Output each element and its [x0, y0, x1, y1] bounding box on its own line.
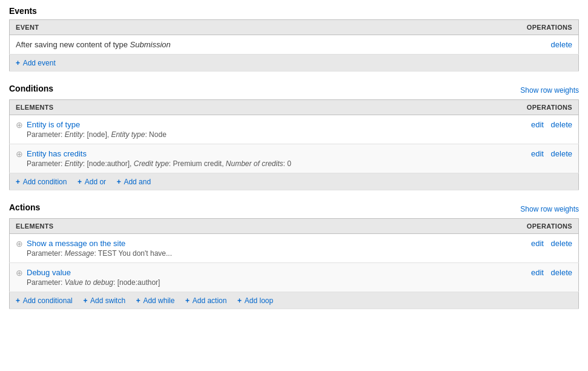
action-1-link[interactable]: Show a message on the site — [27, 239, 125, 248]
condition-2-edit-link[interactable]: edit — [531, 149, 544, 158]
actions-table: ELEMENTS OPERATIONS ⊕ Show a message on … — [9, 218, 579, 309]
condition-2-delete-link[interactable]: delete — [551, 149, 572, 158]
add-condition-link[interactable]: + Add condition — [16, 178, 67, 186]
add-conditional-plus: + — [16, 296, 20, 305]
conditions-title: Conditions — [9, 84, 53, 93]
event-name-italic: Submission — [130, 40, 171, 49]
add-while-plus: + — [136, 296, 140, 305]
condition-2-link[interactable]: Entity has credits — [27, 149, 87, 158]
condition-1-cell: ⊕ Entity is of type Parameter: Entity: [… — [10, 115, 500, 144]
add-loop-link[interactable]: + Add loop — [237, 296, 273, 305]
add-event-plus: + — [16, 59, 20, 67]
add-and-link[interactable]: + Add and — [117, 178, 151, 186]
table-row: ⊕ Debug value Parameter: Value to debug:… — [10, 263, 579, 292]
action-1-delete-link[interactable]: delete — [551, 239, 572, 248]
add-or-plus: + — [78, 178, 82, 186]
actions-section: Actions Show row weights ELEMENTS OPERAT… — [9, 202, 579, 309]
table-row: ⊕ Show a message on the site Parameter: … — [10, 234, 579, 263]
events-add-cell: + Add event — [10, 55, 579, 72]
condition-2-content: Entity has credits Parameter: Entity: [n… — [27, 149, 494, 168]
condition-1-content: Entity is of type Parameter: Entity: [no… — [27, 120, 494, 139]
condition-1-edit-link[interactable]: edit — [531, 120, 544, 129]
events-add-row: + Add event — [10, 55, 579, 72]
condition-2-ops-cell: edit delete — [500, 144, 579, 173]
conditions-col-operations: OPERATIONS — [500, 100, 579, 115]
action-2-link[interactable]: Debug value — [27, 268, 71, 277]
add-and-plus: + — [117, 178, 121, 186]
conditions-col-elements: ELEMENTS — [10, 100, 500, 115]
add-switch-plus: + — [83, 296, 87, 305]
conditions-show-row-weights[interactable]: Show row weights — [520, 86, 579, 95]
condition-1-link[interactable]: Entity is of type — [27, 120, 80, 129]
action-2-ops-links: edit delete — [531, 268, 572, 277]
actions-footer-cell: + Add conditional + Add switch + Add whi… — [10, 292, 579, 309]
event-ops-links: delete — [551, 40, 572, 49]
event-ops-cell: delete — [500, 35, 579, 55]
condition-1-drag-handle[interactable]: ⊕ — [16, 120, 23, 130]
add-action-link[interactable]: + Add action — [185, 296, 226, 305]
condition-1-ops-links: edit delete — [531, 120, 572, 129]
actions-col-elements: ELEMENTS — [10, 219, 500, 234]
action-1-name-cell: ⊕ Show a message on the site Parameter: … — [16, 239, 494, 258]
conditions-footer-cell: + Add condition + Add or + Add and — [10, 173, 579, 190]
condition-1-delete-link[interactable]: delete — [551, 120, 572, 129]
actions-show-row-weights[interactable]: Show row weights — [520, 205, 579, 213]
conditions-section: Conditions Show row weights ELEMENTS OPE… — [9, 84, 579, 190]
action-2-drag-handle[interactable]: ⊕ — [16, 268, 23, 278]
action-1-edit-link[interactable]: edit — [531, 239, 544, 248]
conditions-table: ELEMENTS OPERATIONS ⊕ Entity is of type … — [9, 99, 579, 190]
add-switch-link[interactable]: + Add switch — [83, 296, 125, 305]
events-col-operations: OPERATIONS — [500, 20, 579, 35]
action-2-content: Debug value Parameter: Value to debug: [… — [27, 268, 494, 287]
actions-footer-row: + Add conditional + Add switch + Add whi… — [10, 292, 579, 309]
condition-2-drag-handle[interactable]: ⊕ — [16, 149, 23, 159]
action-1-content: Show a message on the site Parameter: Me… — [27, 239, 494, 258]
condition-2-cell: ⊕ Entity has credits Parameter: Entity: … — [10, 144, 500, 173]
table-row: ⊕ Entity is of type Parameter: Entity: [… — [10, 115, 579, 144]
add-condition-plus: + — [16, 178, 20, 186]
action-1-param: Parameter: Message: TEST You don't have.… — [27, 249, 494, 258]
action-2-name-cell: ⊕ Debug value Parameter: Value to debug:… — [16, 268, 494, 287]
events-title: Events — [9, 6, 579, 16]
add-event-link[interactable]: + Add event — [16, 59, 56, 67]
table-row: ⊕ Entity has credits Parameter: Entity: … — [10, 144, 579, 173]
event-label-cell: After saving new content of type Submiss… — [10, 35, 500, 55]
action-1-ops-links: edit delete — [531, 239, 572, 248]
action-1-ops-cell: edit delete — [500, 234, 579, 263]
add-action-plus: + — [185, 296, 190, 305]
conditions-header: Conditions Show row weights — [9, 84, 579, 97]
table-row: After saving new content of type Submiss… — [10, 35, 579, 55]
condition-1-name-cell: ⊕ Entity is of type Parameter: Entity: [… — [16, 120, 494, 139]
events-table: EVENT OPERATIONS After saving new conten… — [9, 19, 579, 72]
action-1-drag-handle[interactable]: ⊕ — [16, 239, 23, 249]
action-2-cell: ⊕ Debug value Parameter: Value to debug:… — [10, 263, 500, 292]
add-while-link[interactable]: + Add while — [136, 296, 175, 305]
add-or-link[interactable]: + Add or — [78, 178, 106, 186]
actions-header: Actions Show row weights — [9, 202, 579, 216]
action-1-cell: ⊕ Show a message on the site Parameter: … — [10, 234, 500, 263]
condition-1-param: Parameter: Entity: [node], Entity type: … — [27, 130, 494, 139]
add-loop-plus: + — [237, 296, 242, 305]
condition-2-param: Parameter: Entity: [node:author], Credit… — [27, 159, 494, 168]
action-2-edit-link[interactable]: edit — [531, 268, 544, 277]
action-2-delete-link[interactable]: delete — [551, 268, 572, 277]
actions-col-operations: OPERATIONS — [500, 219, 579, 234]
action-2-param: Parameter: Value to debug: [node:author] — [27, 278, 494, 287]
condition-2-ops-links: edit delete — [531, 149, 572, 158]
actions-title: Actions — [9, 202, 40, 212]
events-section: Events EVENT OPERATIONS After saving new… — [9, 6, 579, 72]
event-delete-link[interactable]: delete — [551, 40, 572, 49]
event-name: After saving new content of type Submiss… — [16, 40, 171, 49]
condition-1-ops-cell: edit delete — [500, 115, 579, 144]
events-col-event: EVENT — [10, 20, 500, 35]
action-2-ops-cell: edit delete — [500, 263, 579, 292]
conditions-footer-row: + Add condition + Add or + Add and — [10, 173, 579, 190]
add-conditional-link[interactable]: + Add conditional — [16, 296, 73, 305]
condition-2-name-cell: ⊕ Entity has credits Parameter: Entity: … — [16, 149, 494, 168]
